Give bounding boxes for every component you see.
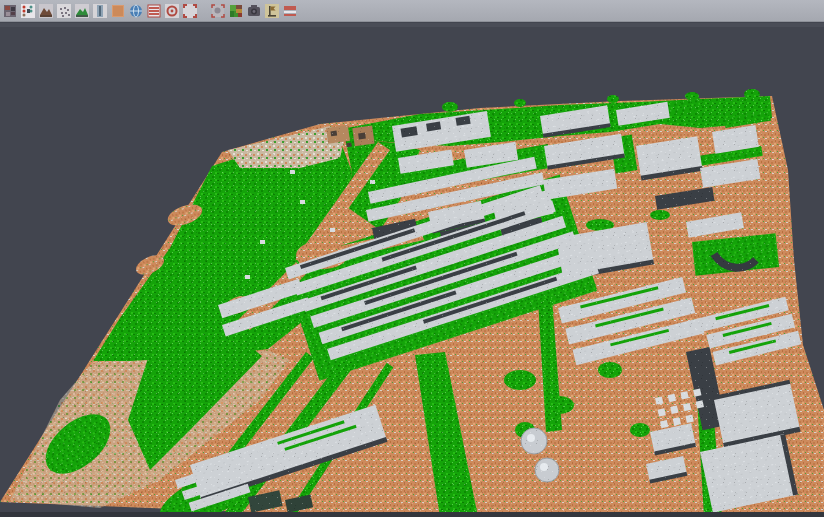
- dataset-cube-icon: [3, 4, 17, 18]
- points-legend-button[interactable]: [21, 4, 35, 18]
- globe-3d-icon: [129, 4, 143, 18]
- bottom-edge-strip: [0, 512, 824, 517]
- application-window: [0, 0, 824, 517]
- ortho-view-button[interactable]: [111, 4, 125, 18]
- point-cloud-canvas[interactable]: [0, 27, 824, 517]
- points-view-icon: [57, 4, 71, 18]
- tool-red-button[interactable]: [283, 4, 297, 18]
- dataset-cube-button[interactable]: [3, 4, 17, 18]
- class-table-button[interactable]: [147, 4, 161, 18]
- profile-view-button[interactable]: [93, 4, 107, 18]
- select-bounds-icon: [183, 4, 197, 18]
- profile-view-icon: [93, 4, 107, 18]
- snapshot-camera-icon: [247, 4, 261, 18]
- classification-palette-icon: [229, 4, 243, 18]
- terrain-green-button[interactable]: [75, 4, 89, 18]
- measure-flag-button[interactable]: [265, 4, 279, 18]
- main-toolbar: [0, 0, 824, 22]
- target-circle-button[interactable]: [165, 4, 179, 18]
- points-legend-icon: [21, 4, 35, 18]
- target-circle-icon: [165, 4, 179, 18]
- measure-flag-icon: [265, 4, 279, 18]
- globe-3d-button[interactable]: [129, 4, 143, 18]
- zoom-selection-button[interactable]: [211, 4, 225, 18]
- classification-palette-button[interactable]: [229, 4, 243, 18]
- terrain-brown-icon: [39, 4, 53, 18]
- terrain-green-icon: [75, 4, 89, 18]
- point-cloud-viewport[interactable]: [0, 27, 824, 517]
- zoom-selection-icon: [211, 4, 225, 18]
- ortho-view-icon: [111, 4, 125, 18]
- tool-red-icon: [283, 4, 297, 18]
- toolbar-separator: [201, 4, 207, 18]
- snapshot-camera-button[interactable]: [247, 4, 261, 18]
- points-view-button[interactable]: [57, 4, 71, 18]
- select-bounds-button[interactable]: [183, 4, 197, 18]
- class-table-icon: [147, 4, 161, 18]
- terrain-brown-button[interactable]: [39, 4, 53, 18]
